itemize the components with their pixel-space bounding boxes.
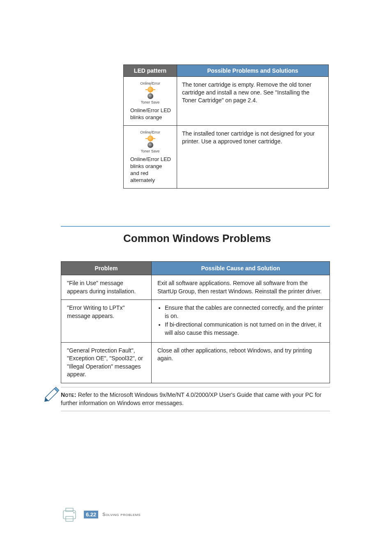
- svg-rect-1: [66, 508, 73, 511]
- led-off-icon: [148, 142, 153, 148]
- led-pattern-table: LED pattern Possible Problems and Soluti…: [123, 64, 329, 189]
- table-row: Online/Error Toner Save Online/Error LED…: [124, 77, 329, 126]
- solution-list: Ensure that the cables are connected cor…: [157, 304, 324, 337]
- page-footer: 6.22 Solving problems: [61, 505, 141, 524]
- led-indicator-icon: Online/Error Toner Save: [129, 81, 172, 105]
- led-table-header-solutions: Possible Problems and Solutions: [177, 65, 329, 77]
- windows-problems-table: Problem Possible Cause and Solution "Fil…: [61, 261, 330, 383]
- led-table-header-pattern: LED pattern: [124, 65, 177, 77]
- note-icon: [44, 384, 62, 403]
- win-table-header-problem: Problem: [61, 262, 152, 275]
- led-off-icon: [148, 93, 153, 99]
- svg-point-3: [74, 512, 75, 514]
- note-label: Note:: [61, 391, 76, 398]
- problem-text: "General Protection Fault", "Exception O…: [61, 342, 152, 383]
- note-body: Refer to the Microsoft Windows 9x/Me/NT …: [61, 391, 321, 406]
- problem-text: "File in Use" message appears during ins…: [61, 275, 152, 300]
- solution-text: Close all other applications, reboot Win…: [152, 342, 330, 383]
- win-table-header-solution: Possible Cause and Solution: [152, 262, 330, 275]
- table-row: "General Protection Fault", "Exception O…: [61, 342, 330, 383]
- note-block: Note: Refer to the Microsoft Windows 9x/…: [61, 387, 330, 411]
- section-heading: Common Windows Problems: [123, 232, 271, 245]
- led-caption: Online/Error LED blinks orange and red a…: [129, 156, 172, 184]
- footer-section-text: Solving problems: [102, 512, 141, 517]
- led-caption: Online/Error LED blinks orange: [129, 107, 172, 121]
- solution-text: Exit all software applications. Remove a…: [152, 275, 330, 300]
- led-orange-icon: [148, 87, 153, 92]
- page-number-badge: 6.22: [84, 511, 98, 518]
- led-solution-text: The toner cartridge is empty. Remove the…: [177, 77, 329, 126]
- table-row: "Error Writing to LPTx" message appears.…: [61, 300, 330, 342]
- heading-divider: [61, 226, 330, 227]
- printer-icon: [61, 505, 80, 524]
- list-item: If bi-directional communication is not t…: [165, 321, 324, 337]
- led-indicator-icon: Online/Error Toner Save: [129, 130, 172, 154]
- problem-text: "Error Writing to LPTx" message appears.: [61, 300, 152, 342]
- led-solution-text: The installed toner cartridge is not des…: [177, 126, 329, 189]
- svg-rect-0: [63, 511, 76, 519]
- table-row: Online/Error Toner Save Online/Error LED…: [124, 126, 329, 189]
- list-item: Ensure that the cables are connected cor…: [165, 304, 324, 320]
- table-row: "File in Use" message appears during ins…: [61, 275, 330, 300]
- led-orange-icon: [148, 136, 153, 141]
